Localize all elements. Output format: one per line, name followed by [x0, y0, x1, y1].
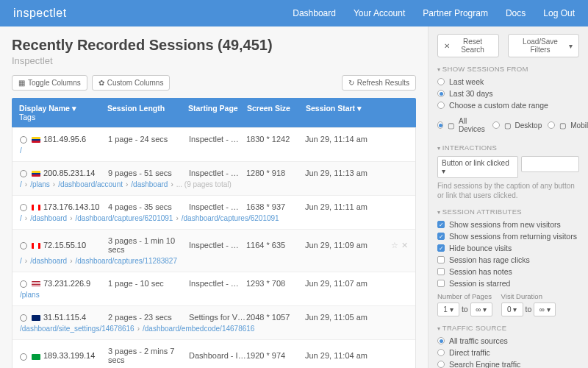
- col-session-start[interactable]: Session Start ▾: [306, 104, 387, 121]
- path-link[interactable]: /: [20, 180, 22, 188]
- path-link[interactable]: /dashboard/account: [58, 180, 123, 188]
- nav-partner-program[interactable]: Partner Program: [423, 8, 488, 18]
- section-session-attributes[interactable]: SESSION ATTRIBUTES: [437, 208, 579, 216]
- close-icon[interactable]: ✕: [401, 241, 408, 250]
- top-nav: inspectlet Dashboard Your Account Partne…: [0, 0, 588, 26]
- screen-size: 1830 * 1242: [246, 135, 305, 144]
- session-length: 4 pages - 35 secs: [108, 202, 189, 211]
- pages-to-select[interactable]: ∞ ▾: [470, 302, 492, 316]
- nav-log-out[interactable]: Log Out: [543, 8, 575, 18]
- browser-icon: [20, 280, 27, 288]
- table-header: Display Name ▾Tags Session Length Starti…: [12, 98, 416, 127]
- section-interactions[interactable]: INTERACTIONS: [437, 144, 579, 152]
- nav-dashboard[interactable]: Dashboard: [293, 8, 336, 18]
- path-link[interactable]: /dashboard/embedcode/14678616: [143, 325, 254, 333]
- section-show-sessions-from[interactable]: SHOW SESSIONS FROM: [437, 65, 579, 73]
- session-start: Jun 29, 11:14 am: [305, 135, 386, 144]
- section-traffic-source[interactable]: TRAFFIC SOURCE: [437, 324, 579, 332]
- session-attr-checkbox[interactable]: Show sessions from new visitors: [437, 220, 579, 229]
- table-row[interactable]: 189.33.199.143 pages - 2 mins 7 secsDash…: [12, 339, 415, 368]
- duration-from-select[interactable]: 0 ▾: [501, 302, 523, 316]
- load-save-filters-button[interactable]: Load/Save Filters ▾: [508, 34, 579, 57]
- col-session-length[interactable]: Session Length: [107, 104, 188, 121]
- table-row[interactable]: 72.15.55.103 pages - 1 min 10 secsInspec…: [12, 229, 415, 272]
- path-link[interactable]: /: [20, 257, 22, 265]
- ip-address: 200.85.231.14: [43, 169, 95, 177]
- checkbox-icon: [437, 268, 445, 275]
- nav-docs[interactable]: Docs: [506, 8, 526, 18]
- path-breadcrumb: /dashboard/site_settings/14678616›/dashb…: [20, 325, 408, 333]
- table-row[interactable]: 73.231.226.91 page - 10 secInspectlet - …: [12, 272, 415, 305]
- session-attr-checkbox[interactable]: Show sessions from returning visitors: [437, 232, 579, 241]
- path-link[interactable]: /plans: [20, 291, 40, 299]
- traffic-source-option[interactable]: Direct traffic: [437, 348, 579, 357]
- time-range-option[interactable]: Last 30 days: [437, 89, 579, 98]
- browser-icon: [20, 314, 27, 322]
- device-option[interactable]: ▢Desktop: [492, 117, 542, 133]
- table-row[interactable]: 31.51.115.42 pages - 23 secsSettings for…: [12, 305, 415, 339]
- path-link[interactable]: /dashboard: [131, 180, 168, 188]
- radio-icon: [437, 337, 445, 344]
- path-link[interactable]: /dashboard/site_settings/14678616: [20, 325, 135, 333]
- traffic-source-option[interactable]: Search Engine traffic: [437, 360, 579, 368]
- path-link[interactable]: /dashboard/captures/6201091: [76, 214, 173, 222]
- path-link[interactable]: /dashboard/captures/11283827: [76, 257, 177, 265]
- session-attr-checkbox[interactable]: Session is starred: [437, 279, 579, 288]
- browser-icon: [20, 242, 27, 250]
- path-link[interactable]: /dashboard/captures/6201091: [182, 214, 279, 222]
- path-link[interactable]: /dashboard: [30, 257, 67, 265]
- table-row[interactable]: 200.85.231.149 pages - 51 secsInspectlet…: [12, 161, 415, 195]
- ip-address: 189.33.199.14: [43, 351, 95, 360]
- checkbox-icon: [437, 221, 445, 228]
- col-screen-size[interactable]: Screen Size: [247, 104, 306, 121]
- device-option[interactable]: ▢All Devices: [437, 117, 487, 133]
- custom-columns-button[interactable]: ✿ Custom Columns: [92, 75, 171, 91]
- refresh-results-button[interactable]: ↻ Refresh Results: [342, 75, 416, 91]
- path-breadcrumb: /plans: [20, 291, 408, 299]
- traffic-source-option[interactable]: All traffic sources: [437, 336, 579, 345]
- path-breadcrumb: /: [20, 146, 408, 155]
- device-icon: ▢: [504, 121, 511, 130]
- device-icon: ▢: [448, 121, 454, 130]
- reset-search-button[interactable]: ✕ Reset Search: [437, 34, 499, 57]
- radio-icon: [437, 90, 445, 97]
- session-start: Jun 29, 11:11 am: [305, 202, 386, 211]
- interaction-help-text: Find sessions by the caption of any butt…: [437, 181, 579, 200]
- screen-size: 1280 * 918: [246, 169, 305, 177]
- path-breadcrumb: /›/dashboard›/dashboard/captures/1128382…: [20, 257, 408, 265]
- table-row[interactable]: 173.176.143.104 pages - 35 secsInspectle…: [12, 195, 415, 229]
- path-link[interactable]: /plans: [30, 180, 50, 188]
- session-attr-checkbox[interactable]: Hide bounce visits: [437, 244, 579, 252]
- radio-icon: [437, 102, 445, 109]
- session-attr-checkbox[interactable]: Session has rage clicks: [437, 255, 579, 264]
- country-flag-icon: [32, 354, 40, 360]
- session-attr-checkbox[interactable]: Session has notes: [437, 267, 579, 276]
- time-range-option[interactable]: Last week: [437, 77, 579, 86]
- col-starting-page[interactable]: Starting Page: [188, 104, 247, 121]
- screen-size: 1293 * 708: [246, 279, 305, 288]
- time-range-option[interactable]: Choose a custom date range: [437, 101, 579, 110]
- duration-to-select[interactable]: ∞ ▾: [534, 302, 556, 316]
- session-start: Jun 29, 11:04 am: [305, 351, 386, 360]
- pages-from-select[interactable]: 1 ▾: [437, 302, 459, 316]
- session-length: 9 pages - 51 secs: [108, 169, 189, 177]
- table-row[interactable]: 181.49.95.61 page - 24 secsInspectlet - …: [12, 127, 415, 161]
- toggle-columns-button[interactable]: ▦ Toggle Columns: [12, 75, 87, 91]
- country-flag-icon: [32, 281, 40, 287]
- path-link[interactable]: /dashboard: [30, 214, 67, 222]
- country-flag-icon: [32, 243, 40, 249]
- radio-icon: [437, 78, 445, 85]
- star-icon[interactable]: ☆: [391, 241, 398, 250]
- session-start: Jun 29, 11:05 am: [305, 313, 386, 322]
- device-option[interactable]: ▢Mobile: [548, 117, 588, 133]
- interaction-caption-input[interactable]: [521, 156, 579, 172]
- country-flag-icon: [32, 205, 40, 210]
- interaction-type-select[interactable]: Button or link clicked ▾: [437, 156, 518, 178]
- session-start: Jun 29, 11:07 am: [305, 279, 386, 288]
- session-length: 1 page - 24 secs: [108, 135, 189, 144]
- col-display-name[interactable]: Display Name ▾Tags: [19, 104, 107, 121]
- starting-page: Inspectlet - Website Heatm...: [189, 169, 246, 177]
- nav-your-account[interactable]: Your Account: [354, 8, 405, 18]
- path-link[interactable]: /: [20, 146, 22, 155]
- path-link[interactable]: /: [20, 214, 22, 222]
